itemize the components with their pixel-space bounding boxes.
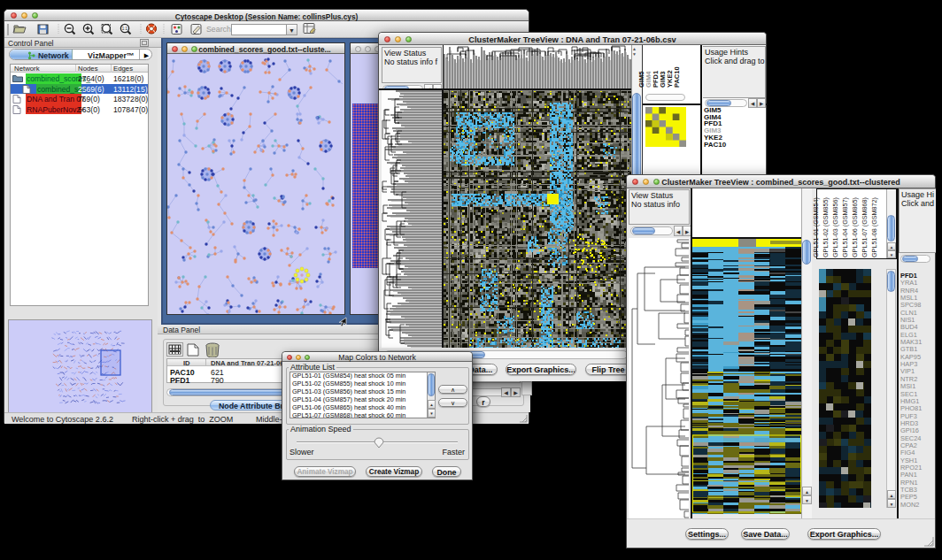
svg-text:1:1: 1:1 [122, 27, 128, 31]
